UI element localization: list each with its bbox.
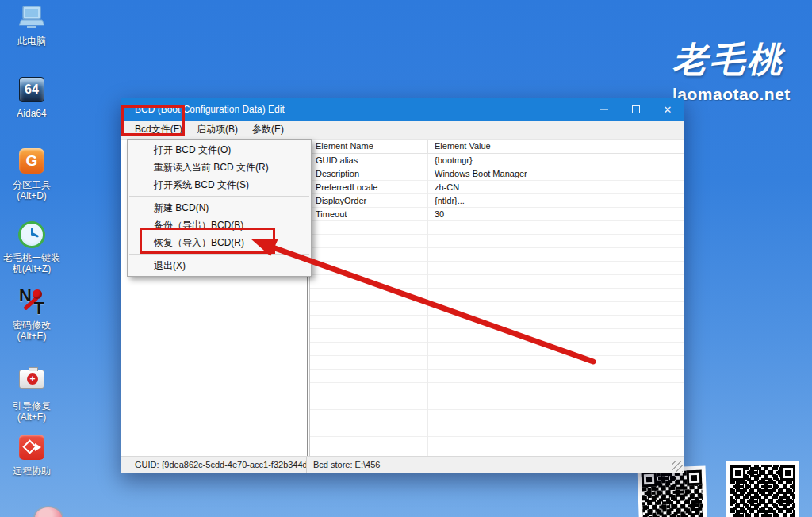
menubar: Bcd文件(F) 启动项(B) 参数(E) [121, 121, 684, 140]
element-list-panel: Element Name Element Value GUID alias {b… [310, 140, 684, 456]
brand-domain: laomaotao.net [672, 85, 791, 104]
menu-item-reload-current-bcd[interactable]: 重新读入当前 BCD 文件(R) [128, 159, 311, 176]
resize-grip[interactable] [672, 461, 683, 472]
minimize-button[interactable] [588, 98, 620, 121]
menu-separator [129, 254, 309, 255]
desktop-icon-label: (Alt+F) [0, 412, 63, 423]
peach-icon-partial[interactable] [33, 506, 63, 517]
table-row[interactable]: DisplayOrder {ntldr}... [310, 194, 684, 208]
window-title: BCD (Boot Configuration Data) Edit [121, 104, 588, 115]
table-row[interactable]: Timeout 30 [310, 208, 684, 221]
clock-icon [18, 221, 45, 248]
status-guid-value: {9dea862c-5cdd-4e70-acc1-f32b344d4795} [162, 460, 306, 469]
maximize-button[interactable] [620, 98, 652, 121]
qr-code-right [726, 461, 799, 517]
desktop-icon-label: Aida64 [0, 108, 63, 119]
menu-parameters[interactable]: 参数(E) [245, 121, 291, 139]
menu-item-new-bcd[interactable]: 新建 BCD(N) [128, 199, 311, 216]
table-row[interactable]: GUID alias {bootmgr} [310, 154, 684, 167]
menu-item-open-bcd[interactable]: 打开 BCD 文件(O) [128, 141, 311, 159]
brand-calligraphy: 老毛桃 [672, 36, 791, 83]
status-store-label: Bcd store: [313, 460, 353, 469]
menu-item-open-system-bcd[interactable]: 打开系统 BCD 文件(S) [128, 176, 311, 193]
table-row[interactable]: Description Windows Boot Manager [310, 167, 684, 181]
statusbar: GUID: {9dea862c-5cdd-4e70-acc1-f32b344d4… [121, 456, 684, 473]
list-header: Element Name Element Value [310, 140, 684, 154]
desktop-icon-label: 引导修复 [0, 400, 63, 412]
qr-code-left [638, 466, 708, 517]
diskgenius-icon: G [19, 148, 44, 174]
desktop-icon-label: 分区工具 [0, 179, 63, 190]
desktop-icon-label: 机(Alt+Z) [0, 263, 63, 274]
this-pc-icon [17, 5, 46, 33]
desktop-icon-password-reset[interactable]: N T 密码修改 (Alt+E) [0, 289, 63, 342]
first-aid-icon: + [19, 370, 44, 389]
desktop-icon-boot-repair[interactable]: + 引导修复 (Alt+F) [0, 365, 63, 423]
desktop-icon-label: (Alt+D) [0, 190, 63, 201]
desktop-icon-laomaotao-installer[interactable]: 老毛桃一键装 机(Alt+Z) [0, 220, 63, 274]
desktop-icon-diskgenius[interactable]: G 分区工具 (Alt+D) [0, 147, 63, 201]
annotation-box-restore-item [140, 228, 275, 254]
desktop-icon-label: (Alt+E) [0, 331, 63, 342]
column-header-element-name[interactable]: Element Name [310, 140, 428, 153]
desktop-icon-this-pc[interactable]: 此电脑 [0, 5, 63, 47]
bcd-file-dropdown-menu: 打开 BCD 文件(O) 重新读入当前 BCD 文件(R) 打开系统 BCD 文… [127, 139, 312, 277]
menu-boot-entries[interactable]: 启动项(B) [190, 121, 245, 139]
status-guid-label: GUID: [135, 460, 159, 469]
nt-key-icon: N T [17, 289, 46, 317]
desktop-icon-label: 老毛桃一键装 [0, 252, 63, 263]
desktop-icon-label: 远程协助 [0, 465, 63, 477]
close-button[interactable]: ✕ [652, 98, 684, 121]
watermark-logo: 老毛桃 laomaotao.net [672, 36, 791, 104]
titlebar[interactable]: BCD (Boot Configuration Data) Edit ✕ [121, 98, 684, 121]
menu-item-exit[interactable]: 退出(X) [128, 257, 311, 274]
column-header-element-value[interactable]: Element Value [428, 140, 684, 153]
desktop-icon-label: 密码修改 [0, 320, 63, 331]
desktop-icon-label: 此电脑 [0, 36, 63, 47]
desktop-icon-aida64[interactable]: 64 Aida64 [0, 75, 63, 119]
annotation-box-bcd-file-menu [121, 105, 185, 136]
remote-assist-icon [19, 435, 44, 460]
aida64-icon: 64 [19, 77, 44, 102]
menu-separator [129, 196, 309, 197]
desktop-icon-remote-assist[interactable]: 远程协助 [0, 433, 63, 477]
status-store-value: E:\456 [355, 460, 381, 469]
table-row[interactable]: PreferredLocale zh-CN [310, 181, 684, 194]
